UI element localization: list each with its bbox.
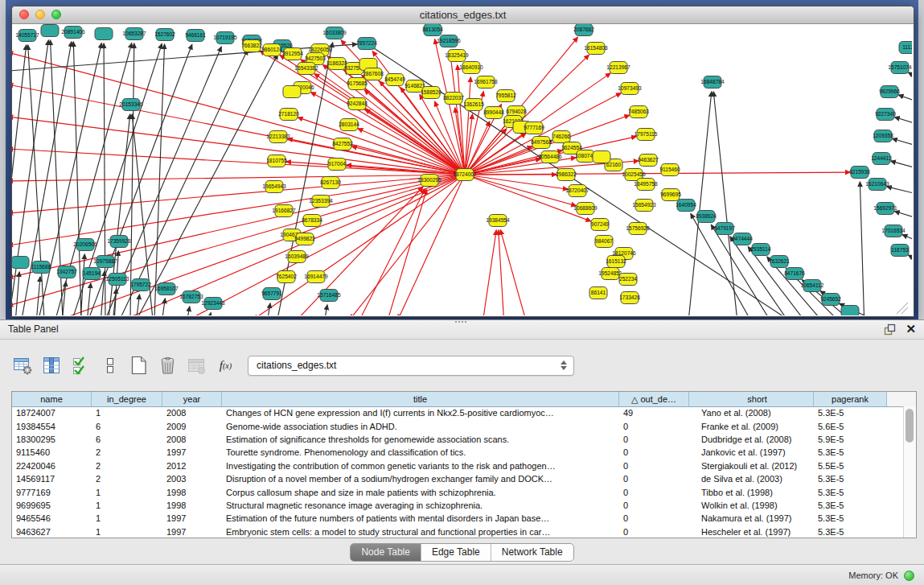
table-cell[interactable]: 2 [92,447,162,457]
graph-edge[interactable] [36,277,40,315]
column-header-year[interactable]: year [162,392,222,406]
graph-edge[interactable] [101,271,105,315]
table-row[interactable]: 1830029562008Estimation of significance … [12,433,904,446]
table-cell[interactable]: 5.3E-5 [814,513,887,523]
column-header-title[interactable]: title [222,392,619,406]
graph-edge[interactable] [893,138,912,146]
table-cell[interactable]: Stergiakouli et al. (2012) [689,461,814,471]
graph-edge[interactable] [500,230,527,315]
table-cell[interactable]: 2 [92,461,162,471]
table-cell[interactable]: 22420046 [12,461,92,471]
tab-network-table[interactable]: Network Table [491,544,573,561]
table-cell[interactable]: 0 [619,422,689,431]
table-row[interactable]: 977716911998Corpus callosum shape and si… [12,485,904,498]
table-cell[interactable]: 0 [619,488,689,497]
table-cell[interactable]: 2012 [162,461,222,471]
table-cell[interactable]: 9699695 [12,501,92,510]
table-cell[interactable]: Embryonic stem cells: a model to study s… [222,527,619,537]
table-cell[interactable]: 2008 [162,408,222,418]
table-cell[interactable]: 1997 [162,513,222,523]
table-cell[interactable]: 0 [619,501,689,510]
graph-edge[interactable] [162,299,165,315]
table-cell[interactable]: 6 [92,422,162,431]
graph-edge[interactable] [398,175,465,315]
graph-edge[interactable] [894,117,912,124]
table-cell[interactable]: 1 [92,488,162,497]
table-cell[interactable]: 1 [92,513,162,523]
table-row[interactable]: 1938455462009Genome-wide association stu… [12,419,904,432]
table-cell[interactable]: Genome-wide association studies in ADHD. [222,422,619,431]
table-cell[interactable]: 1 [92,501,162,510]
graph-edge[interactable] [483,230,496,315]
table-cell[interactable]: 5.3E-5 [814,447,887,457]
table-vertical-scrollbar[interactable] [903,406,916,538]
table-row[interactable]: 1456911722003Disruption of a novel membe… [12,472,904,485]
graph-edge[interactable] [15,272,19,315]
table-cell[interactable]: Disruption of a novel member of a sodium… [222,474,619,484]
table-cell[interactable]: Structural magnetic resonance image aver… [222,501,619,510]
column-header-short[interactable]: short [689,392,814,406]
graph-node[interactable] [95,28,113,40]
column-header-out-degree-sorted[interactable]: △ out_de… [619,392,689,406]
network-graph-canvas[interactable]: 1872400714055717208914061065328715276029… [12,24,914,316]
graph-edge[interactable] [891,161,912,168]
graph-edge[interactable] [154,44,165,315]
table-cell[interactable]: 9777169 [12,488,92,497]
graph-edge[interactable] [187,307,190,315]
table-cell[interactable]: 2009 [162,422,222,431]
delete-trash-icon[interactable] [158,356,178,376]
table-row[interactable]: 946554611997Estimation of the future num… [12,512,904,525]
graph-edge[interactable] [898,95,912,101]
table-row[interactable]: 911546021997Tourette syndrome. Phenomeno… [12,446,904,459]
graph-edge[interactable] [713,92,738,315]
graph-edge[interactable] [499,230,504,315]
panel-drag-handle[interactable] [455,321,466,327]
table-cell[interactable]: 1 [92,527,162,537]
show-columns-icon[interactable] [42,356,62,376]
close-window-icon[interactable] [19,10,29,19]
graph-edge[interactable] [908,255,912,260]
table-cell[interactable]: 2008 [162,435,222,444]
table-cell[interactable]: 0 [619,474,689,484]
graph-node[interactable] [283,86,301,98]
table-cell[interactable]: 0 [619,513,689,523]
network-window-titlebar[interactable]: citations_edges.txt [12,6,914,24]
table-cell[interactable]: Franke et al. (2009) [689,422,814,431]
table-row[interactable]: 1872400712008Changes of HCN gene express… [12,406,904,419]
table-cell[interactable]: Nakamura et al. (1997) [689,513,814,523]
graph-edge[interactable] [12,149,465,175]
table-row[interactable]: 969969511998Structural magnetic resonanc… [12,499,904,512]
table-cell[interactable]: Hescheler et al. (1997) [689,527,814,537]
table-cell[interactable]: Changes of HCN gene expression and I(f) … [222,408,619,418]
table-cell[interactable]: Jankovic et al. (1997) [689,447,814,457]
graph-node[interactable] [841,306,859,316]
citation-network-graph[interactable]: 1872400714055717208914061065328715276029… [12,24,912,315]
table-cell[interactable]: 6 [92,435,162,444]
graph-edge[interactable] [894,212,912,218]
table-cell[interactable]: Tibbo et al. (1998) [689,488,814,497]
table-cell[interactable]: 9463627 [12,527,92,537]
column-header-name[interactable]: name [12,392,92,406]
table-cell[interactable]: 5.3E-5 [814,408,887,418]
table-cell[interactable]: Tourette syndrome. Phenomenology and cla… [222,447,619,457]
graph-edge[interactable] [860,182,864,315]
graph-edge[interactable] [125,175,465,315]
graph-node[interactable] [41,25,59,37]
table-cell[interactable]: 5.3E-5 [814,501,887,510]
select-columns-icon[interactable] [71,356,91,376]
column-header-pagerank[interactable]: pagerank [814,392,887,406]
graph-edge[interactable] [12,52,465,175]
graph-edge[interactable] [208,313,211,315]
table-cell[interactable]: 2 [92,474,162,484]
table-row[interactable]: 2242004622012Investigating the contribut… [12,459,904,472]
network-view-window[interactable]: citations_edges.txt 18724007140557172089… [11,6,914,317]
table-cell[interactable]: 1 [92,408,162,418]
graph-edge[interactable] [887,187,912,194]
table-cell[interactable]: 14569117 [12,474,92,484]
table-cell[interactable]: 9465546 [12,513,92,523]
table-cell[interactable]: 0 [619,461,689,471]
table-cell[interactable]: 5.9E-5 [814,435,887,444]
graph-edge[interactable] [465,175,568,189]
graph-edge[interactable] [908,72,912,77]
table-cell[interactable]: Wolkin et al. (1998) [689,501,814,510]
